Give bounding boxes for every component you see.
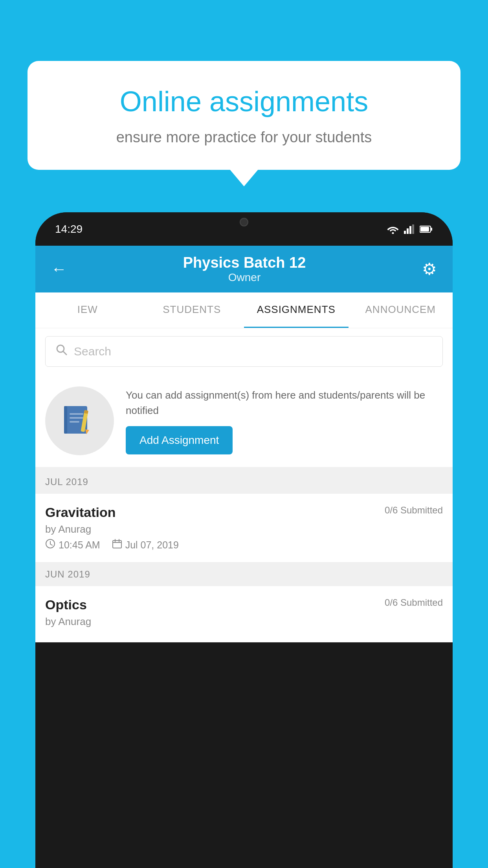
assignment-item-optics[interactable]: Optics 0/6 Submitted by Anurag xyxy=(35,586,453,642)
wifi-icon xyxy=(387,224,399,234)
svg-rect-21 xyxy=(113,541,121,548)
assignment-top-row-optics: Optics 0/6 Submitted xyxy=(45,597,443,612)
assignment-author-optics: by Anurag xyxy=(45,616,443,628)
phone-screen: Search xyxy=(35,328,453,642)
search-bar[interactable]: Search xyxy=(45,336,443,367)
clock-icon xyxy=(45,539,55,551)
calendar-icon xyxy=(112,539,122,551)
svg-rect-3 xyxy=(409,226,411,234)
assignment-author-gravitation: by Anurag xyxy=(45,523,443,535)
phone-frame: 14:29 xyxy=(35,212,453,868)
header-subtitle: Owner xyxy=(183,271,306,284)
svg-rect-1 xyxy=(404,231,406,234)
search-bar-container: Search xyxy=(35,328,453,375)
svg-rect-2 xyxy=(407,228,409,234)
assignment-meta-gravitation: 10:45 AM Jul 07, 2019 xyxy=(45,539,443,551)
speech-bubble-title: Online assignments xyxy=(55,85,433,118)
svg-rect-11 xyxy=(64,406,67,434)
promo-text: You can add assignment(s) from here and … xyxy=(126,388,443,418)
speech-bubble-section: Online assignments ensure more practice … xyxy=(28,61,460,170)
svg-rect-7 xyxy=(431,228,432,231)
assignment-date-value-gravitation: Jul 07, 2019 xyxy=(125,539,179,551)
search-icon xyxy=(55,344,68,359)
svg-rect-6 xyxy=(420,227,429,232)
svg-line-20 xyxy=(50,544,52,545)
status-bar: 14:29 xyxy=(35,212,453,246)
battery-icon xyxy=(420,225,433,233)
app-header: ← Physics Batch 12 Owner ⚙ xyxy=(35,246,453,292)
svg-rect-4 xyxy=(412,224,414,234)
svg-line-9 xyxy=(63,351,67,355)
tab-students[interactable]: STUDENTS xyxy=(140,292,244,328)
assignment-date-gravitation: Jul 07, 2019 xyxy=(112,539,179,551)
notebook-icon xyxy=(61,402,98,440)
promo-icon-circle xyxy=(45,386,114,455)
assignment-top-row: Gravitation 0/6 Submitted xyxy=(45,505,443,520)
tab-assignments[interactable]: ASSIGNMENTS xyxy=(244,292,349,328)
speech-bubble: Online assignments ensure more practice … xyxy=(28,61,460,170)
month-header-jun: JUN 2019 xyxy=(35,563,453,586)
assignment-time-value-gravitation: 10:45 AM xyxy=(59,539,100,551)
speech-bubble-subtitle: ensure more practice for your students xyxy=(55,127,433,148)
tab-announcements[interactable]: ANNOUNCEM xyxy=(349,292,453,328)
tabs-container: IEW STUDENTS ASSIGNMENTS ANNOUNCEM xyxy=(35,292,453,328)
add-assignment-button[interactable]: Add Assignment xyxy=(126,426,233,454)
assignment-name-optics: Optics xyxy=(45,597,87,612)
assignment-name-gravitation: Gravitation xyxy=(45,505,116,520)
header-title: Physics Batch 12 xyxy=(183,254,306,271)
phone-notch xyxy=(213,212,275,232)
assignment-item-gravitation[interactable]: Gravitation 0/6 Submitted by Anurag xyxy=(35,494,453,563)
svg-rect-14 xyxy=(70,421,79,423)
tab-iew[interactable]: IEW xyxy=(35,292,140,328)
svg-point-0 xyxy=(392,232,394,234)
svg-rect-13 xyxy=(70,417,83,419)
signal-icon xyxy=(404,224,415,234)
assignment-submitted-gravitation: 0/6 Submitted xyxy=(385,505,443,516)
status-time: 14:29 xyxy=(55,223,83,235)
settings-icon[interactable]: ⚙ xyxy=(422,259,437,279)
camera xyxy=(240,218,248,226)
promo-section: You can add assignment(s) from here and … xyxy=(35,375,453,470)
svg-rect-12 xyxy=(70,413,83,415)
promo-content: You can add assignment(s) from here and … xyxy=(126,388,443,454)
status-icons xyxy=(387,224,433,234)
assignment-submitted-optics: 0/6 Submitted xyxy=(385,597,443,608)
month-header-jul: JUL 2019 xyxy=(35,470,453,494)
header-center: Physics Batch 12 Owner xyxy=(183,254,306,284)
back-button[interactable]: ← xyxy=(51,260,67,278)
search-placeholder: Search xyxy=(74,345,111,358)
assignment-time-gravitation: 10:45 AM xyxy=(45,539,100,551)
